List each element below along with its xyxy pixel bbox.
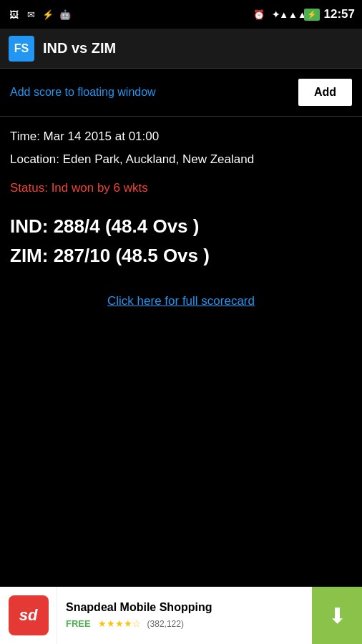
ad-free-label: FREE xyxy=(66,618,91,629)
status-bar-left-icons: 🖼 ✉ ⚡ 🤖 xyxy=(7,8,72,21)
add-button[interactable]: Add xyxy=(298,79,352,106)
match-location: Location: Eden Park, Auckland, New Zeala… xyxy=(10,151,352,168)
match-status: Status: Ind won by 6 wkts xyxy=(10,181,352,195)
zim-score: ZIM: 287/10 (48.5 Ovs ) xyxy=(10,245,352,267)
scores-section: IND: 288/4 (48.4 Ovs ) ZIM: 287/10 (48.5… xyxy=(0,215,362,267)
status-bar: 🖼 ✉ ⚡ 🤖 ⏰ ✦ ▲▲▲ ⚡ 12:57 xyxy=(0,0,362,29)
ad-details: FREE ★★★★☆ (382,122) xyxy=(66,617,303,630)
status-bar-right-icons: ⏰ ✦ ▲▲▲ ⚡ 12:57 xyxy=(253,7,355,21)
download-icon: ⬇ xyxy=(328,603,346,628)
app-title: IND vs ZIM xyxy=(43,40,116,57)
signal-icon: ▲▲▲ xyxy=(287,8,300,21)
android-icon: 🤖 xyxy=(59,8,72,21)
scorecard-link-container: Click here for full scorecard xyxy=(0,287,362,316)
email-icon: ✉ xyxy=(24,8,37,21)
main-content: Add score to floating window Add Time: M… xyxy=(0,69,362,316)
usb-icon: ⚡ xyxy=(41,8,54,21)
ad-banner: sd Snapdeal Mobile Shopping FREE ★★★★☆ (… xyxy=(0,587,362,644)
ad-logo-text: sd xyxy=(9,595,49,635)
ad-title: Snapdeal Mobile Shopping xyxy=(66,601,303,614)
scorecard-link[interactable]: Click here for full scorecard xyxy=(107,294,255,308)
app-bar: FS IND vs ZIM xyxy=(0,29,362,69)
ad-stars: ★★★★☆ xyxy=(98,618,141,629)
battery-icon: ⚡ xyxy=(304,9,320,21)
match-time: Time: Mar 14 2015 at 01:00 xyxy=(10,130,352,144)
ad-content: Snapdeal Mobile Shopping FREE ★★★★☆ (382… xyxy=(57,595,312,635)
add-score-row: Add score to floating window Add xyxy=(0,69,362,117)
status-time: 12:57 xyxy=(324,7,355,21)
ad-logo: sd xyxy=(0,587,57,644)
ind-score: IND: 288/4 (48.4 Ovs ) xyxy=(10,215,352,238)
ad-download-button[interactable]: ⬇ xyxy=(312,587,362,644)
match-info: Time: Mar 14 2015 at 01:00 Location: Ede… xyxy=(0,117,362,195)
app-logo: FS xyxy=(9,36,34,62)
ad-reviews: (382,122) xyxy=(147,619,184,629)
image-icon: 🖼 xyxy=(7,8,20,21)
add-score-text: Add score to floating window xyxy=(10,86,156,99)
alarm-icon: ⏰ xyxy=(253,8,265,21)
